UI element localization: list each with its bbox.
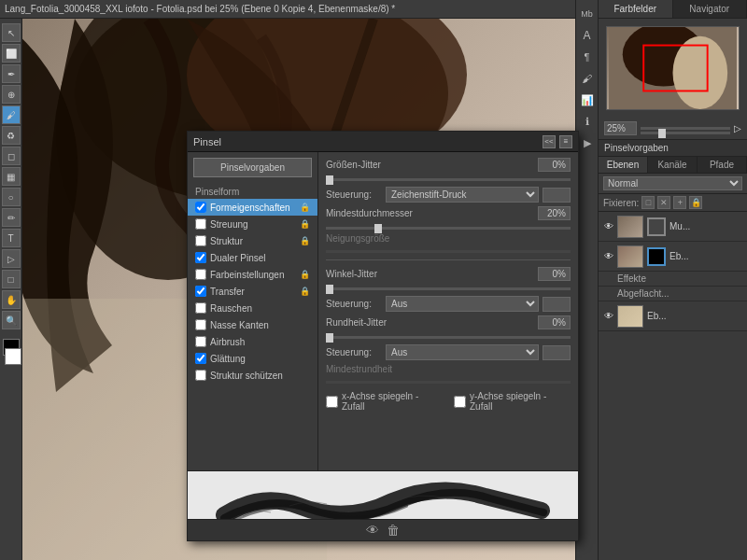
tool-clone[interactable]: ♻ [2,126,21,145]
brush-item-struktur-schuetzen[interactable]: Struktur schützen [188,367,317,384]
cb-struktur-schuetzen[interactable] [195,370,206,381]
layer-eye-3[interactable]: 👁 [602,310,615,323]
panel-icon-mb[interactable]: Mb [578,5,597,23]
tool-gradient[interactable]: ▦ [2,167,21,186]
tool-pen[interactable]: ✏ [2,208,21,227]
panel-icon-hist[interactable]: 📊 [578,91,597,109]
brush-item-struktur[interactable]: Struktur 🔒 [188,232,317,249]
layer-item-1[interactable]: 👁 Mu... [599,212,747,242]
panel-icon-text[interactable]: A [578,26,597,45]
svg-point-12 [673,36,728,109]
fix-icon-2[interactable]: ✕ [657,196,670,209]
zoom-slider[interactable] [641,127,730,130]
cb-nasse-kanten[interactable] [195,319,206,330]
brush-item-farbeinstellungen[interactable]: Farbeinstellungen 🔒 [188,266,317,283]
dialog-body: Pinselvorgaben Pinselform Formeigenschaf… [188,152,578,470]
brush-item-airbrush[interactable]: Airbrush [188,333,317,350]
tool-eraser[interactable]: ◻ [2,147,21,165]
tab-ebenen[interactable]: Ebenen [599,157,648,173]
brush-item-dualer[interactable]: Dualer Pinsel [188,249,317,266]
rundheit-jitter-label: Rundheit-Jitter [326,317,387,328]
eye-icon[interactable]: 👁 [366,523,379,538]
rundheit-jitter-slider[interactable] [326,336,571,339]
tool-hand[interactable]: ✋ [2,290,21,309]
fix-row: Fixieren: □ ✕ + 🔒 [599,194,747,212]
cb-glaettung[interactable] [195,353,206,364]
mindestdurchmesser-value: 20% [538,206,571,220]
cb-transfer[interactable] [195,286,206,297]
pinselvorgaben-button[interactable]: Pinselvorgaben [193,158,312,177]
brush-settings-column: Größen-Jitter 0% Steuerung: Zeichenstift… [318,152,578,470]
blend-mode-select[interactable]: Normal [603,176,742,190]
cb-formeigenschaften[interactable] [195,202,206,213]
cb-struktur[interactable] [195,235,206,246]
background-color[interactable] [5,348,21,365]
tool-path[interactable]: ▷ [2,249,21,268]
tool-text[interactable]: T [2,229,21,247]
cb-farbeinstellungen[interactable] [195,269,206,280]
tool-eyedropper[interactable]: ✒ [2,64,21,83]
steuerung-select-2[interactable]: Aus Zeichenstift-Druck [386,296,539,312]
steuerung-row-2: Steuerung: Aus Zeichenstift-Druck [326,296,571,312]
tool-heal[interactable]: ⊕ [2,85,21,104]
dialog-icon-menu[interactable]: ≡ [559,135,572,148]
cb-rauschen[interactable] [195,302,206,314]
panel-icon-brush[interactable]: 🖌 [578,69,597,88]
steuerung-row-1: Steuerung: Zeichenstift-Druck Aus Zeiche… [326,187,571,203]
panel-icon-action[interactable]: ▶ [578,133,597,152]
brush-item-rauschen[interactable]: Rauschen [188,300,317,316]
fix-icon-4[interactable]: 🔒 [689,196,702,209]
separator-1 [326,259,571,260]
steuerung-select-1[interactable]: Zeichenstift-Druck Aus Zeichenstift-Neig… [386,187,539,203]
layer-eye-2[interactable]: 👁 [602,250,615,263]
brush-item-transfer[interactable]: Transfer 🔒 [188,283,317,300]
layer-eye-1[interactable]: 👁 [602,220,615,233]
dialog-icon-expand[interactable]: << [543,135,556,148]
lock-icon-3: 🔒 [300,236,310,245]
cb-streuung[interactable] [195,218,206,230]
dialog-title: Pinsel [193,136,221,147]
steuerung-label-3: Steuerung: [326,347,382,357]
brush-item-glaettung[interactable]: Glättung [188,350,317,367]
winkel-jitter-row: Winkel-Jitter 0% [326,267,571,290]
brush-item-nasse-kanten[interactable]: Nasse Kanten [188,316,317,333]
steuerung-row-3: Steuerung: Aus Zeichenstift-Druck [326,344,571,360]
tab-navigator[interactable]: Navigator [673,0,748,18]
effects-item: Effekte [599,272,747,287]
tool-dodge[interactable]: ○ [2,188,21,206]
layer-thumb-1 [617,216,643,238]
cb-y-achse[interactable] [454,396,466,408]
zoom-arrow[interactable]: ▷ [734,123,741,133]
fix-icon-1[interactable]: □ [641,196,655,209]
tool-brush[interactable]: 🖌 [2,105,21,124]
panel-tabs: Farbfelder Navigator [599,0,747,19]
zoom-input[interactable] [604,121,637,135]
steuerung-select-3[interactable]: Aus Zeichenstift-Druck [386,344,539,360]
layer-item-2[interactable]: 👁 Eb... [599,242,747,272]
winkel-jitter-slider[interactable] [326,287,571,290]
tab-farbfelder[interactable]: Farbfelder [599,0,673,18]
tool-selection[interactable]: ↖ [2,23,21,42]
cb-x-achse[interactable] [326,396,338,408]
fix-icon-3[interactable]: + [673,196,686,209]
dialog-title-bar: Pinsel << ≡ [188,132,578,152]
groessen-jitter-slider[interactable] [326,178,571,181]
cb-dualer-pinsel[interactable] [195,252,206,263]
cb-airbrush[interactable] [195,336,206,347]
lock-icon-5: 🔒 [300,287,310,296]
trash-icon[interactable]: 🗑 [387,523,400,538]
panel-icon-char[interactable]: ¶ [578,48,597,66]
brush-item-streuung[interactable]: Streuung 🔒 [188,216,317,232]
tab-kanaele[interactable]: Kanäle [648,157,698,173]
tool-zoom[interactable]: 🔍 [2,311,21,329]
mindestdurchmesser-slider[interactable] [326,227,571,230]
tool-crop[interactable]: ⬜ [2,44,21,63]
right-panel: Farbfelder Navigator ▷ Pinselvorgaben Eb… [598,0,747,560]
tool-shape[interactable]: □ [2,270,21,288]
navigator-preview [606,26,740,110]
groessen-jitter-label: Größen-Jitter [326,160,381,170]
panel-icon-info[interactable]: ℹ [578,112,597,131]
layer-item-3[interactable]: 👁 Eb... [599,301,747,331]
brush-item-formeigenschaften[interactable]: Formeigenschaften 🔒 [188,199,317,216]
tab-pfade[interactable]: Pfade [698,157,747,173]
